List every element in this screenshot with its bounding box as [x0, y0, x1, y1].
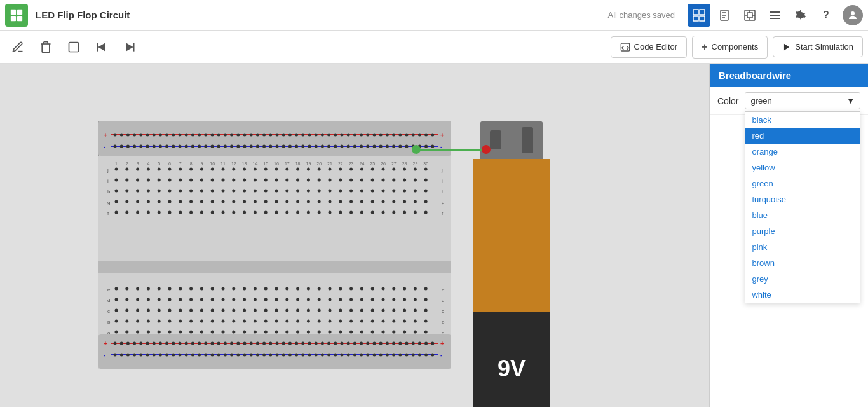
svg-marker-25 [126, 43, 133, 51]
svg-point-403 [285, 190, 288, 193]
canvas-area[interactable]: + + - - // Will be rendered via JS below… [0, 64, 709, 407]
color-dropdown[interactable]: green ▼ black red orange yellow green tu… [745, 92, 860, 109]
color-option-orange[interactable]: orange [745, 144, 860, 160]
svg-point-242 [295, 354, 298, 357]
svg-point-204 [236, 145, 240, 148]
svg-point-284 [366, 145, 369, 148]
component-view-btn[interactable] [713, 4, 736, 27]
color-option-pink[interactable]: pink [745, 239, 860, 255]
forward-btn[interactable] [117, 34, 142, 60]
back-btn[interactable] [89, 34, 114, 60]
svg-point-372 [275, 179, 278, 182]
svg-rect-24 [97, 43, 99, 51]
header-icons: ? [688, 4, 863, 27]
svg-rect-20 [770, 18, 780, 19]
svg-point-530 [360, 298, 363, 301]
svg-point-520 [254, 298, 257, 301]
svg-point-472 [382, 211, 385, 214]
pcb-view-btn[interactable] [738, 4, 761, 27]
settings-btn[interactable] [789, 4, 812, 27]
svg-point-227 [276, 134, 279, 137]
svg-point-598 [125, 331, 128, 334]
color-option-black[interactable]: black [745, 112, 860, 128]
color-selected-value[interactable]: green ▼ [745, 92, 860, 109]
svg-point-330 [147, 168, 150, 171]
svg-point-614 [296, 331, 299, 334]
draw-tool-btn[interactable] [5, 34, 31, 60]
wire-endpoint-left[interactable] [412, 145, 421, 154]
svg-point-377 [329, 179, 332, 182]
project-title: LED Flip Flop Circuit [36, 10, 607, 20]
svg-point-315 [418, 134, 421, 137]
svg-point-21 [851, 11, 855, 15]
svg-point-500 [360, 287, 363, 291]
svg-point-456 [211, 211, 214, 214]
svg-point-196 [224, 145, 227, 148]
svg-point-400 [254, 190, 257, 193]
color-option-red[interactable]: red [745, 128, 860, 144]
svg-point-134 [120, 354, 123, 357]
svg-point-211 [250, 134, 253, 137]
svg-point-424 [189, 200, 193, 204]
svg-point-249 [308, 342, 311, 345]
delete-tool-btn[interactable] [33, 34, 58, 60]
svg-point-186 [204, 354, 207, 357]
select-tool-btn[interactable] [61, 34, 86, 60]
svg-text:7: 7 [179, 162, 182, 166]
svg-point-156 [159, 145, 162, 148]
user-avatar[interactable] [843, 5, 863, 25]
color-option-yellow[interactable]: yellow [745, 160, 860, 176]
components-btn[interactable]: + Components [692, 36, 768, 59]
svg-point-239 [295, 134, 298, 137]
svg-point-444 [403, 200, 406, 204]
svg-point-526 [318, 298, 321, 301]
svg-point-323 [431, 134, 434, 137]
svg-point-278 [353, 354, 356, 357]
color-option-grey[interactable]: grey [745, 271, 860, 287]
svg-point-580 [254, 320, 257, 323]
svg-text:5: 5 [158, 162, 160, 166]
svg-marker-23 [98, 43, 105, 51]
color-option-brown[interactable]: brown [745, 255, 860, 271]
svg-text:i: i [442, 178, 443, 184]
svg-point-592 [382, 320, 385, 323]
svg-point-153 [153, 342, 156, 345]
svg-rect-108 [98, 261, 451, 273]
schematic-view-btn[interactable] [688, 4, 710, 27]
svg-rect-19 [770, 15, 780, 16]
wire-endpoint-right[interactable] [482, 145, 491, 154]
svg-point-384 [403, 179, 406, 182]
svg-point-553 [285, 309, 288, 312]
start-simulation-btn[interactable]: Start Simulation [773, 36, 863, 57]
color-option-green[interactable]: green [745, 176, 860, 191]
battery-component[interactable]: 9V [473, 121, 550, 407]
svg-point-346 [318, 168, 321, 171]
svg-point-522 [275, 298, 278, 301]
svg-point-588 [339, 320, 342, 323]
svg-point-535 [414, 298, 417, 301]
svg-point-362 [168, 179, 172, 182]
svg-point-336 [211, 168, 214, 171]
svg-point-185 [204, 342, 207, 345]
svg-point-544 [189, 309, 193, 312]
svg-point-299 [392, 134, 395, 137]
svg-point-144 [139, 145, 142, 148]
breadboard[interactable]: + + - - // Will be rendered via JS below… [98, 121, 451, 369]
svg-point-169 [179, 342, 182, 345]
svg-point-529 [349, 298, 353, 301]
list-view-btn[interactable] [764, 4, 787, 27]
app-logo[interactable] [5, 4, 28, 27]
color-option-white[interactable]: white [745, 287, 860, 303]
code-editor-btn[interactable]: Code Editor [611, 36, 688, 58]
color-option-purple[interactable]: purple [745, 223, 860, 239]
svg-point-548 [232, 309, 235, 312]
svg-point-342 [275, 168, 278, 171]
svg-point-224 [269, 145, 272, 148]
wire-green[interactable] [416, 149, 486, 151]
help-btn[interactable]: ? [815, 4, 837, 27]
svg-point-335 [200, 168, 203, 171]
svg-point-557 [329, 309, 332, 312]
svg-point-503 [392, 287, 395, 291]
color-option-turquoise[interactable]: turquoise [745, 191, 860, 207]
color-option-blue[interactable]: blue [745, 207, 860, 223]
